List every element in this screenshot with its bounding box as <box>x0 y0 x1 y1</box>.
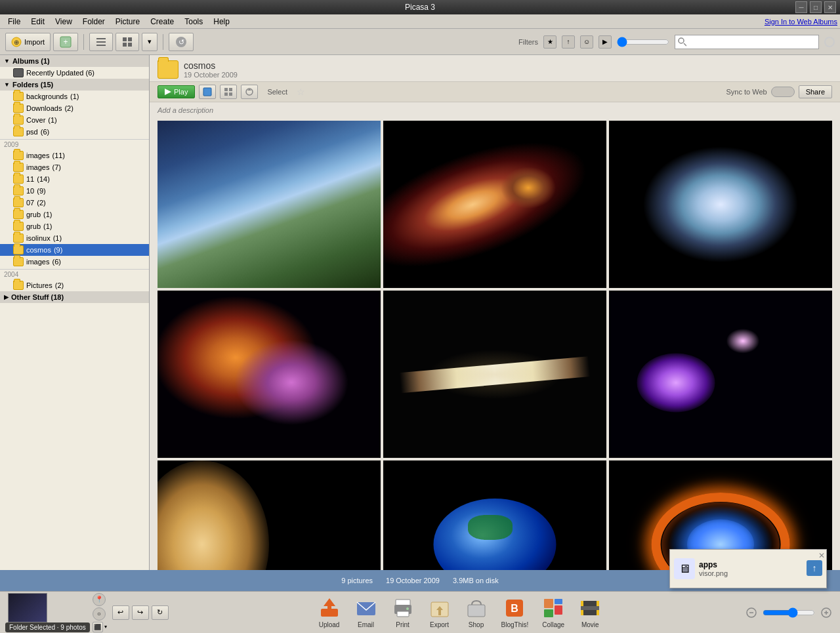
menu-create[interactable]: Create <box>145 16 179 28</box>
sidebar-item-downloads[interactable]: Downloads (2) <box>0 102 149 114</box>
cosmos-folder-section: cosmos 19 October 2009 Play <box>150 55 840 570</box>
rotate-button[interactable]: ↻ <box>152 605 169 620</box>
cosmos-grid-button[interactable] <box>220 85 237 99</box>
notification-close-button[interactable]: ✕ <box>818 551 825 560</box>
sidebar-item-images-11[interactable]: images (11) <box>0 150 149 161</box>
photo-earth-space[interactable] <box>158 121 381 288</box>
cosmos-edit-button[interactable] <box>199 85 216 99</box>
undo-button[interactable]: ↩ <box>112 605 129 620</box>
folder-icon-psd <box>13 127 24 136</box>
print-tool[interactable]: Print <box>391 596 415 628</box>
folder-name: 07 <box>26 199 34 207</box>
sidebar-item-isolinux[interactable]: isolinux (1) <box>0 232 149 244</box>
maximize-button[interactable]: □ <box>810 1 822 13</box>
star-filter-button[interactable]: ★ <box>543 35 556 49</box>
menu-file[interactable]: File <box>3 16 26 28</box>
shop-tool[interactable]: Shop <box>465 596 488 628</box>
other-stuff-arrow: ▶ <box>4 294 9 300</box>
sidebar-item-backgrounds[interactable]: backgrounds (1) <box>0 91 149 102</box>
cosmos-share-button[interactable]: Share <box>799 85 832 98</box>
cosmos-refresh-button[interactable] <box>241 85 258 99</box>
photo-jupiter[interactable] <box>158 460 381 570</box>
sidebar-item-11[interactable]: 11 (14) <box>0 173 149 185</box>
svg-rect-4 <box>96 38 106 39</box>
folder-count: (9) <box>37 187 45 195</box>
other-stuff-header[interactable]: ▶ Other Stuff (18) <box>0 291 149 303</box>
movie-filter-button[interactable]: ▶ <box>598 35 612 49</box>
notification-action: ↑ <box>807 560 822 578</box>
email-tool[interactable]: Email <box>354 596 378 628</box>
sidebar-item-07[interactable]: 07 (2) <box>0 197 149 209</box>
close-button[interactable]: ✕ <box>824 1 836 13</box>
export-tool[interactable]: Export <box>428 596 452 628</box>
zoom-out-icon <box>746 607 757 619</box>
photo-spiral-galaxy-1[interactable] <box>383 121 606 288</box>
photo-earth[interactable] <box>383 460 606 570</box>
filter-slider[interactable] <box>617 37 669 47</box>
svg-rect-42 <box>544 599 553 608</box>
photo-spiral-galaxy-2[interactable] <box>609 121 832 288</box>
redo-button[interactable]: ↪ <box>132 605 149 620</box>
sidebar-item-pictures[interactable]: Pictures (2) <box>0 279 149 291</box>
pin-button[interactable]: 📍 <box>93 593 106 606</box>
photo-comet[interactable] <box>609 291 832 458</box>
albums-section-header[interactable]: ▼ Albums (1) <box>0 55 149 67</box>
sign-in-link[interactable]: Sign In to Web Albums <box>765 18 837 26</box>
cosmos-description[interactable]: Add a description <box>150 102 840 118</box>
folders-section-header[interactable]: ▼ Folders (15) <box>0 79 149 91</box>
upload-tool[interactable]: Upload <box>318 596 341 628</box>
collage-tool[interactable]: Collage <box>541 596 565 628</box>
photo-nebula[interactable] <box>158 291 381 458</box>
svg-rect-9 <box>123 43 127 47</box>
photo-action-btn[interactable]: ⬛ <box>93 622 103 632</box>
zoom-slider[interactable] <box>763 607 815 618</box>
svg-point-36 <box>406 607 409 610</box>
search-icon <box>678 37 686 47</box>
year-2009: 2009 <box>0 139 149 150</box>
movie-tool[interactable]: Movie <box>578 596 602 628</box>
sidebar-item-10[interactable]: 10 (9) <box>0 185 149 197</box>
menu-help[interactable]: Help <box>208 16 235 28</box>
menu-picture[interactable]: Picture <box>110 16 145 28</box>
folder-name-cosmos: cosmos <box>26 246 51 254</box>
search-input[interactable] <box>689 38 816 46</box>
upload-filter-button[interactable]: ↑ <box>562 35 575 49</box>
folder-icon <box>13 281 24 290</box>
menu-view[interactable]: View <box>50 16 77 28</box>
circle-button[interactable]: ○ <box>93 607 106 621</box>
menu-folder[interactable]: Folder <box>77 16 110 28</box>
email-svg <box>355 597 377 619</box>
sidebar-item-images-6[interactable]: images (6) <box>0 256 149 268</box>
person-filter-button[interactable]: ☺ <box>580 35 593 49</box>
sidebar-item-psd[interactable]: psd (6) <box>0 126 149 138</box>
folder-icon <box>13 186 24 195</box>
cosmos-play-button[interactable]: Play <box>158 85 195 98</box>
add-button[interactable]: + <box>53 33 78 51</box>
dropdown-arrow[interactable]: ▾ <box>104 624 107 630</box>
grid-view-button[interactable] <box>116 33 139 51</box>
sidebar-item-grub-2[interactable]: grub (1) <box>0 220 149 232</box>
status-pictures: 9 pictures <box>341 577 373 584</box>
cosmos-select-button[interactable]: Select <box>262 86 293 98</box>
folder-icon <box>13 234 24 243</box>
import-button[interactable]: ⊕ Import <box>5 33 51 51</box>
collage-svg <box>542 597 564 619</box>
folder-count: (2) <box>37 199 45 207</box>
blog-tool[interactable]: B BlogThis! <box>501 596 529 628</box>
photo-edge-galaxy[interactable] <box>383 291 606 458</box>
shop-svg <box>465 597 488 619</box>
cosmos-star-button[interactable]: ☆ <box>297 87 305 97</box>
menu-tools[interactable]: Tools <box>179 16 208 28</box>
list-view-button[interactable] <box>89 33 113 51</box>
menu-edit[interactable]: Edit <box>26 16 50 28</box>
sidebar-item-grub-1[interactable]: grub (1) <box>0 209 149 220</box>
cosmos-sync-toggle[interactable] <box>771 87 795 97</box>
back-button[interactable]: ↺ <box>169 33 194 51</box>
sidebar-item-images-7[interactable]: images (7) <box>0 161 149 173</box>
minimize-button[interactable]: ─ <box>795 1 807 13</box>
email-icon <box>354 596 378 620</box>
dropdown-button[interactable]: ▾ <box>142 33 158 51</box>
sidebar-item-cosmos[interactable]: cosmos (9) <box>0 244 149 256</box>
sidebar-item-recently-updated[interactable]: Recently Updated (6) <box>0 67 149 79</box>
sidebar-item-cover[interactable]: Cover (1) <box>0 114 149 126</box>
